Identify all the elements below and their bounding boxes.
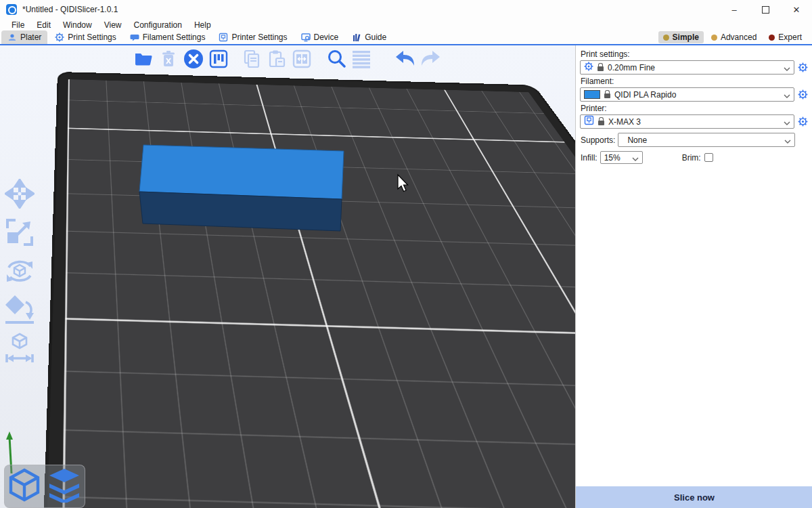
paste-icon <box>268 49 286 71</box>
tab-filament-settings[interactable]: Filament Settings <box>124 30 212 44</box>
tab-plater[interactable]: Plater <box>1 30 47 44</box>
minimize-button[interactable]: – <box>719 0 750 19</box>
copy-button[interactable] <box>242 50 262 70</box>
gear-icon <box>584 62 593 74</box>
3d-viewport[interactable] <box>0 45 575 508</box>
copy-icon <box>243 49 261 71</box>
menu-edit[interactable]: Edit <box>30 20 57 30</box>
plater-toolbar <box>133 49 445 72</box>
menu-help[interactable]: Help <box>188 20 217 30</box>
filament-gear-button[interactable] <box>797 89 808 101</box>
menu-view[interactable]: View <box>98 20 128 30</box>
editor-view-button[interactable] <box>8 468 41 505</box>
print-settings-select[interactable]: 0.20mm Fine <box>580 60 794 75</box>
app-logo-icon <box>6 4 17 15</box>
printer-label: Printer: <box>581 104 808 113</box>
lock-icon <box>597 66 604 71</box>
layer-list-icon <box>351 49 371 71</box>
print-settings-gear-button[interactable] <box>797 62 808 74</box>
view-toggle <box>4 465 85 508</box>
tab-device[interactable]: Device <box>295 30 345 44</box>
filament-value: QIDI PLA Rapido <box>614 90 780 100</box>
place-on-face-icon <box>4 293 35 329</box>
filament-color-swatch <box>584 90 600 99</box>
supports-value: None <box>622 135 780 145</box>
lock-icon <box>598 121 604 125</box>
arrange-icon <box>209 49 228 71</box>
close-button[interactable]: ✕ <box>781 0 812 19</box>
app-window: *Untitled - QIDISlicer-1.0.1 – ✕ File Ed… <box>0 0 812 508</box>
delete-all-button[interactable] <box>183 50 204 70</box>
slice-now-button[interactable]: Slice now <box>576 486 812 508</box>
chevron-down-icon <box>784 134 791 146</box>
move-icon <box>5 179 35 211</box>
chevron-down-icon <box>784 89 790 101</box>
infill-label: Infill: <box>581 153 597 163</box>
simple-mode-dot <box>663 35 669 41</box>
undo-button[interactable] <box>395 50 415 70</box>
cube-3d-icon <box>8 492 41 504</box>
scale-icon <box>5 217 35 250</box>
infill-value: 15% <box>604 153 628 163</box>
lock-icon <box>604 93 610 98</box>
redo-button[interactable] <box>420 50 441 70</box>
device-icon <box>301 33 311 42</box>
tab-print-settings[interactable]: Print Settings <box>49 30 122 44</box>
layers-icon <box>47 493 81 505</box>
brim-label: Brim: <box>682 153 701 163</box>
split-objects-icon <box>292 49 311 71</box>
open-folder-icon <box>134 51 153 70</box>
variable-layer-height-button[interactable] <box>351 50 371 70</box>
paste-button[interactable] <box>267 50 287 70</box>
mode-advanced[interactable]: Advanced <box>706 31 761 43</box>
printer-icon <box>219 33 228 42</box>
menu-bar: File Edit Window View Configuration Help <box>0 19 812 30</box>
infill-select[interactable]: 15% <box>600 151 643 164</box>
tab-printer-settings[interactable]: Printer Settings <box>212 30 293 44</box>
menu-file[interactable]: File <box>5 20 30 30</box>
expert-mode-dot <box>769 35 775 41</box>
tab-bar: Plater Print Settings Filament Settings … <box>0 30 812 45</box>
search-button[interactable] <box>326 50 346 70</box>
tab-guide[interactable]: Guide <box>346 30 392 44</box>
rotate-icon <box>4 255 35 289</box>
chevron-down-icon <box>632 152 639 164</box>
delete-button[interactable] <box>158 50 179 70</box>
preview-view-button[interactable] <box>47 467 81 505</box>
redo-icon <box>420 49 441 71</box>
arrange-button[interactable] <box>208 50 229 70</box>
chevron-down-icon <box>784 62 790 74</box>
rotate-tool[interactable] <box>4 257 35 288</box>
move-tool[interactable] <box>4 179 35 211</box>
cut-tool[interactable] <box>4 334 35 365</box>
advanced-mode-dot <box>711 35 717 41</box>
supports-select[interactable]: None <box>618 133 795 147</box>
title-bar: *Untitled - QIDISlicer-1.0.1 – ✕ <box>0 0 812 19</box>
menu-window[interactable]: Window <box>57 20 98 30</box>
print-settings-label: Print settings: <box>581 49 808 59</box>
printer-value: X-MAX 3 <box>608 117 780 127</box>
plater-icon <box>7 33 17 42</box>
gizmo-toolbar <box>4 179 35 365</box>
open-file-button[interactable] <box>133 50 154 70</box>
place-on-face-tool[interactable] <box>4 295 35 326</box>
settings-panel: Print settings: 0.20mm Fine Filament: QI… <box>575 45 812 508</box>
printer-gear-button[interactable] <box>797 116 808 128</box>
mode-selector: Simple Advanced Expert <box>658 31 812 43</box>
printer-select[interactable]: X-MAX 3 <box>580 114 794 129</box>
chevron-down-icon <box>784 116 790 128</box>
search-icon <box>326 49 346 72</box>
gear-icon <box>55 33 64 42</box>
split-objects-button[interactable] <box>292 50 312 70</box>
menu-configuration[interactable]: Configuration <box>128 20 188 30</box>
scale-tool[interactable] <box>4 218 35 249</box>
print-settings-value: 0.20mm Fine <box>608 63 780 72</box>
trash-icon <box>161 50 176 70</box>
filament-select[interactable]: QIDI PLA Rapido <box>580 87 794 102</box>
undo-icon <box>394 49 416 71</box>
maximize-button[interactable] <box>750 0 781 19</box>
window-title: *Untitled - QIDISlicer-1.0.1 <box>22 5 118 14</box>
mode-simple[interactable]: Simple <box>658 31 704 43</box>
brim-checkbox[interactable] <box>704 153 713 162</box>
mode-expert[interactable]: Expert <box>764 31 807 43</box>
